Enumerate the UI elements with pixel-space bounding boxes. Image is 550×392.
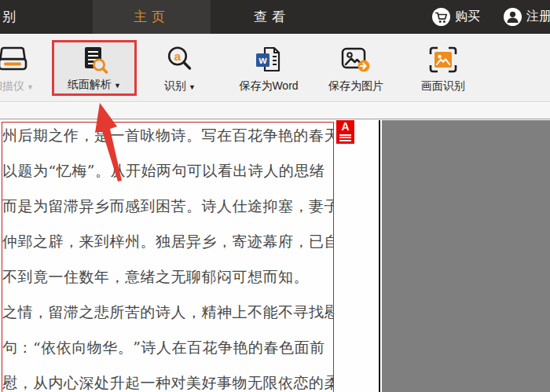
paper-analysis-icon <box>79 42 109 78</box>
recognize-button[interactable]: a 识别▼ <box>151 40 209 95</box>
document-text: 州后期之作，是一首咏物诗。写在百花争艳的春天， 以题为“忆梅”。从开始两句可以看… <box>2 118 333 392</box>
cart-icon <box>432 8 450 26</box>
recognize-label: 识别▼ <box>164 79 196 95</box>
caret-down-icon: ▼ <box>27 83 34 91</box>
screen-recognize-label: 画面识别 <box>421 79 465 95</box>
top-bar: 别 主页 查看 购买 注册 <box>0 0 550 34</box>
toolbar-substrip <box>0 103 550 119</box>
document-line: 而是为留滞异乡而感到困苦。诗人仕途抑塞，妻子 <box>2 189 333 224</box>
paper-analysis-button[interactable]: 纸面解析▼ <box>52 40 137 96</box>
svg-text:a: a <box>174 49 182 63</box>
scanner-label: 扫描仪▼ <box>0 79 34 95</box>
recognize-a-icon: a <box>166 40 194 79</box>
svg-text:w: w <box>258 54 267 66</box>
save-word-button[interactable]: w 保存为Word <box>233 40 305 95</box>
caret-down-icon: ▼ <box>114 82 121 90</box>
marker-line <box>339 137 351 138</box>
save-word-label: 保存为Word <box>239 79 298 95</box>
register-button[interactable]: 注册 <box>504 0 550 34</box>
paper-analysis-label: 纸面解析▼ <box>68 78 121 93</box>
scanner-button[interactable]: 扫描仪▼ <box>0 40 44 95</box>
main-toolbar: 扫描仪▼ 纸面解析▼ a 识别▼ <box>0 34 550 102</box>
marker-letter: A <box>341 121 349 133</box>
user-icon <box>504 8 522 26</box>
save-image-button[interactable]: 保存为图片 <box>319 40 393 95</box>
buy-button[interactable]: 购买 <box>432 0 480 34</box>
buy-label: 购买 <box>455 9 480 25</box>
save-image-icon <box>340 40 372 79</box>
document-page[interactable]: 州后期之作，是一首咏物诗。写在百花争艳的春天， 以题为“忆梅”。从开始两句可以看… <box>0 120 380 392</box>
content-area: 州后期之作，是一首咏物诗。写在百花争艳的春天， 以题为“忆梅”。从开始两句可以看… <box>0 120 550 392</box>
document-line: 仲郢之辟，来到梓州。独居异乡，寄迹幕府，已自 <box>2 224 333 259</box>
text-block-marker-badge[interactable]: A <box>336 120 354 144</box>
document-line: 州后期之作，是一首咏物诗。写在百花争艳的春天， <box>2 118 333 153</box>
scanner-icon <box>0 40 29 79</box>
caret-down-icon: ▼ <box>189 83 196 91</box>
tab-view[interactable]: 查看 <box>236 0 308 34</box>
document-line: 不到竟一住数年，意绪之无聊郁闷可想而知。 <box>2 259 333 295</box>
marker-line <box>339 134 351 136</box>
screen-recognize-icon <box>428 40 458 79</box>
marker-line <box>339 140 351 141</box>
document-line: 慰，从内心深处升起一种对美好事物无限依恋的柔 <box>2 365 333 392</box>
save-image-label: 保存为图片 <box>328 79 383 95</box>
register-label: 注册 <box>526 9 550 25</box>
tab-partial-recognize[interactable]: 别 <box>2 0 16 34</box>
document-line: 句：“依依向物华。”诗人在百花争艳的春色面前 <box>2 330 333 365</box>
tab-home[interactable]: 主页 <box>93 0 211 34</box>
document-line: 之情，留滞之悲所苦的诗人，精神上不能不寻找慰 <box>2 295 333 330</box>
tab-view-label: 查看 <box>254 8 290 26</box>
tab-home-label: 主页 <box>134 8 170 26</box>
save-word-icon: w <box>255 40 283 79</box>
document-line: 以题为“忆梅”。从开始两句可以看出诗人的思绪 <box>2 153 333 189</box>
screen-recognize-button[interactable]: 画面识别 <box>405 40 481 95</box>
background-pane <box>382 120 550 392</box>
